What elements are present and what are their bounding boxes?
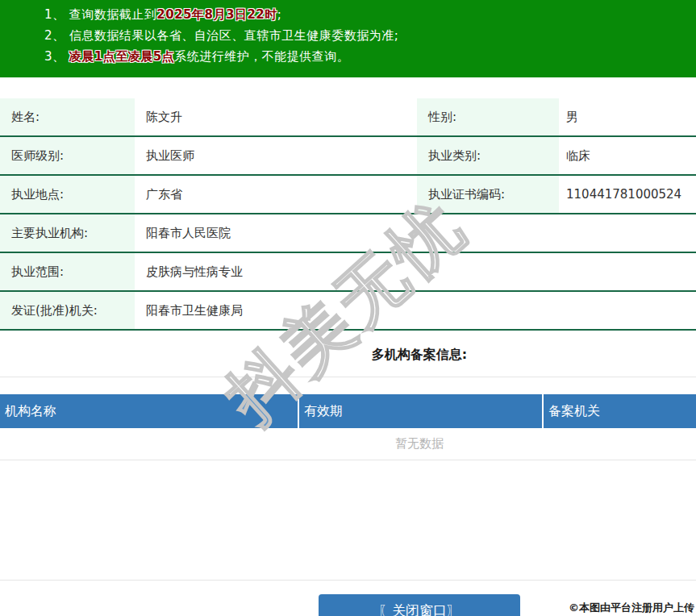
multi-institution-filing-title: 多机构备案信息: — [372, 347, 467, 364]
table-row-practice-scope: 执业范围: 皮肤病与性病专业 — [0, 253, 696, 292]
notice-line-1: 1、 查询数据截止到2025年8月3日22时; — [44, 6, 281, 23]
no-data-text: 暂无数据 — [395, 428, 444, 460]
filing-column-filing-authority: 备案机关 — [544, 394, 696, 428]
filing-table-empty-row: 暂无数据 — [0, 428, 696, 460]
gender-label: 性别: — [417, 98, 559, 135]
practice-location-label: 执业地点: — [0, 176, 135, 213]
certificate-number-label: 执业证书编码: — [417, 176, 559, 213]
divider-above-filing-table — [0, 377, 696, 377]
practice-location-value: 广东省 — [135, 176, 417, 213]
notice-line-3-suffix: 系统进行维护，不能提供查询。 — [174, 49, 349, 64]
notice-line-3-highlight: 凌晨1点至凌晨5点 — [69, 49, 174, 64]
filing-column-institution-name: 机构名称 — [0, 394, 299, 428]
filing-table-header: 机构名称 有效期 备案机关 — [0, 394, 696, 428]
name-value: 陈文升 — [135, 98, 417, 135]
table-row-main-institution: 主要执业机构: 阳春市人民医院 — [0, 214, 696, 253]
certificate-number-value: 110441781000524 — [559, 176, 696, 213]
main-institution-value: 阳春市人民医院 — [135, 214, 696, 252]
notice-line-2: 2、 信息数据结果以各省、自治区、直辖市卫生健康委数据为准; — [44, 27, 398, 44]
notice-line-2-prefix: 2、 信息数据结果以各省、自治区、直辖市卫生健康委数据为准; — [44, 28, 398, 43]
filing-column-validity-period: 有效期 — [299, 394, 544, 428]
notice-banner: 1、 查询数据截止到2025年8月3日22时; 2、 信息数据结果以各省、自治区… — [0, 0, 696, 77]
issuing-authority-label: 发证(批准)机关: — [0, 292, 135, 329]
practice-category-value: 临床 — [559, 137, 696, 174]
copyright-overlay-text: ©本图由平台注册用户上传 — [569, 601, 694, 615]
gender-value: 男 — [559, 98, 696, 135]
divider-below-filing-table — [0, 460, 696, 460]
notice-line-3: 3、 凌晨1点至凌晨5点系统进行维护，不能提供查询。 — [44, 48, 349, 65]
physician-level-label: 医师级别: — [0, 137, 135, 174]
notice-line-1-suffix: ; — [277, 7, 282, 22]
close-window-button[interactable]: 〖关闭窗口〗 — [319, 594, 520, 616]
table-row-issuing-authority: 发证(批准)机关: 阳春市卫生健康局 — [0, 292, 696, 331]
name-label: 姓名: — [0, 98, 135, 135]
notice-line-3-prefix: 3、 — [44, 49, 69, 64]
issuing-authority-value: 阳春市卫生健康局 — [135, 292, 696, 329]
physician-info-table: 姓名: 陈文升 性别: 男 医师级别: 执业医师 执业类别: 临床 执业地点: … — [0, 98, 696, 331]
practice-scope-value: 皮肤病与性病专业 — [135, 253, 696, 290]
notice-line-1-prefix: 1、 查询数据截止到 — [44, 7, 156, 22]
physician-level-value: 执业医师 — [135, 137, 417, 174]
practice-scope-label: 执业范围: — [0, 253, 135, 290]
divider-above-footer — [0, 580, 696, 581]
table-row-level-category: 医师级别: 执业医师 执业类别: 临床 — [0, 137, 696, 176]
table-row-location-certificate: 执业地点: 广东省 执业证书编码: 110441781000524 — [0, 176, 696, 214]
notice-line-1-highlight: 2025年8月3日22时 — [156, 7, 277, 22]
table-row-name-gender: 姓名: 陈文升 性别: 男 — [0, 98, 696, 137]
practice-category-label: 执业类别: — [417, 137, 559, 174]
main-institution-label: 主要执业机构: — [0, 214, 135, 252]
